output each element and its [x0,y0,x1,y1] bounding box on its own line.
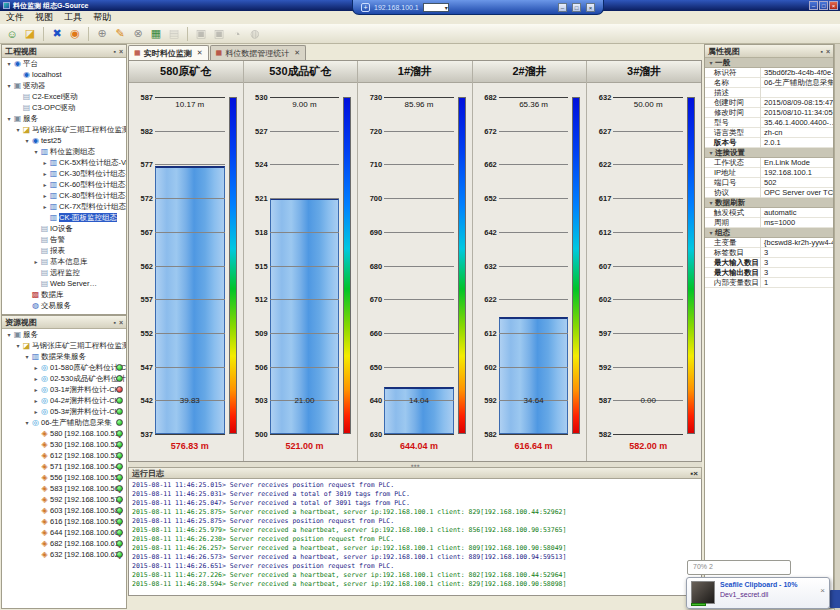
close-panel-icon[interactable]: × [826,48,830,55]
tree-item[interactable]: ◈682 [192.168.100.61]· [2,538,126,549]
tab-close-icon[interactable]: ✕ [197,49,203,57]
tree-item[interactable]: ▤远程监控 [2,267,126,278]
expander-icon[interactable]: ▸ [32,374,40,384]
property-row[interactable]: 最大输入数目3 [705,258,833,268]
expander-icon[interactable]: ▾ [5,330,13,340]
tag-table-icon[interactable]: ▦ [148,26,164,42]
tree-item[interactable]: ◍交易服务 [2,300,126,311]
expander-icon[interactable]: ▾ [23,418,31,428]
tree-item[interactable]: ▾▣服务 [2,329,126,340]
tree-item[interactable]: ◈583 [192.168.100.56]· [2,483,126,494]
rdp-minimize-button[interactable]: – [558,3,567,12]
property-row[interactable]: 内部变量数目1 [705,278,833,288]
restore-button[interactable]: □ [819,1,828,10]
property-row[interactable]: IP地址192.168.100.1 [705,168,833,178]
tree-item[interactable]: ◈592 [192.168.100.57]· [2,494,126,505]
property-row[interactable]: 标签数目3 [705,248,833,258]
delete-icon[interactable]: ⊗ [130,26,146,42]
tree-item[interactable]: ▾◉平台 [2,58,126,69]
user-connect-icon[interactable]: ☺ [4,26,20,42]
expander-icon[interactable]: ▸ [32,385,40,395]
property-section[interactable]: ▾组态 [705,228,833,238]
expander-icon[interactable]: ▸ [32,363,40,373]
tree-item[interactable]: ▤C2-Excel驱动 [2,91,126,102]
log-output[interactable]: 2015-08-11 11:46:25.015> Server receives… [128,479,702,596]
property-value[interactable]: 3 [761,258,833,267]
property-row[interactable]: 描述 [705,88,833,98]
tree-item[interactable]: ▾▥数据采集服务 [2,351,126,362]
property-value[interactable]: 502 [761,178,833,187]
tree-item[interactable]: ▸◎02-530成品矿仓料位计· [2,373,126,384]
property-section[interactable]: ▾连接设置 [705,148,833,158]
tree-item[interactable]: ▾◎06-生产辅助信息采集 [2,417,126,428]
tree-item[interactable]: ▸▥CK-60型料位计组态-Var· [2,179,126,190]
collapse-icon[interactable]: ▾ [707,59,715,66]
tree-item[interactable]: ▤IO设备 [2,223,126,234]
property-value[interactable]: 3 [761,268,833,277]
expander-icon[interactable]: ▾ [23,136,31,146]
tree-item[interactable]: ▸▥CK-7X型料位计组态-Var· [2,201,126,212]
tree-item[interactable]: ◈580 [192.168.100.51]· [2,428,126,439]
tree-item[interactable]: ▸◎01-580原矿仓料位计-CK· [2,362,126,373]
close-panel-icon[interactable]: × [119,48,123,55]
edit-icon[interactable]: ✎ [112,26,128,42]
property-value[interactable]: 192.168.100.1 [761,168,833,177]
tree-item[interactable]: ▾◉test25 [2,135,126,146]
property-row[interactable]: 修改时间2015/08/10-11:34:05… [705,108,833,118]
expander-icon[interactable]: ▸ [41,180,49,190]
property-value[interactable]: {bcswd8-kr2h-yyw4-43… [761,238,833,247]
open-folder-icon[interactable]: ◪ [22,26,38,42]
menu-文件[interactable]: 文件 [6,11,24,24]
property-row[interactable]: 协议OPC Server over TCP [705,188,833,198]
tree-item[interactable]: ▸▥CK-80型料位计组态-Var· [2,190,126,201]
close-button[interactable]: × [829,1,838,10]
property-value[interactable]: 2015/08/10-11:34:05… [761,108,833,117]
disconnect-icon[interactable]: ✖ [49,26,65,42]
property-row[interactable]: 最大输出数目3 [705,268,833,278]
close-panel-icon[interactable]: × [693,469,698,478]
property-row[interactable]: 创建时间2015/08/09-08:15:47… [705,98,833,108]
tree-item[interactable]: ◈571 [192.168.100.54]· [2,461,126,472]
menu-帮助[interactable]: 帮助 [93,11,111,24]
property-row[interactable]: 触发模式automatic [705,208,833,218]
tree-item[interactable]: ▩数据库 [2,289,126,300]
property-section[interactable]: ▾数据刷新 [705,198,833,208]
property-value[interactable]: zh-cn [761,128,833,137]
tab-料位数据管理统计[interactable]: ▦料位数据管理统计✕ [210,45,307,60]
tree-item[interactable]: ◈632 [192.168.100.62]· [2,549,126,560]
pin-icon[interactable]: + [361,3,370,12]
tree-item[interactable]: ◈530 [192.168.100.52]· [2,439,126,450]
float-panel-icon[interactable]: ▪ [820,48,822,55]
expander-icon[interactable]: ▸ [41,202,49,212]
property-value[interactable]: OPC Server over TCP [761,188,833,197]
tree-item[interactable]: ◉localhost [2,69,126,80]
tree-item[interactable]: ◈603 [192.168.100.58]· [2,505,126,516]
tree-item[interactable]: ◈556 [192.168.100.55]· [2,472,126,483]
property-value[interactable]: 06-生产辅助信息采集 [761,78,833,88]
tree-item[interactable]: ◈612 [192.168.100.53]· [2,450,126,461]
add-icon[interactable]: ⊕ [94,26,110,42]
property-row[interactable]: 工作状态En.Link Mode [705,158,833,168]
property-row[interactable]: 端口号502 [705,178,833,188]
expander-icon[interactable]: ▸ [41,158,49,168]
expander-icon[interactable]: ▾ [5,81,13,91]
collapse-icon[interactable]: ▾ [707,229,715,236]
collapse-icon[interactable]: ▾ [707,149,715,156]
property-row[interactable]: 名称06-生产辅助信息采集 [705,78,833,88]
expander-icon[interactable]: ▸ [41,191,49,201]
tree-item[interactable]: ▸◎03-1#溜井料位计-CK· [2,384,126,395]
tree-item[interactable]: ▾▣服务 [2,113,126,124]
expander-icon[interactable]: ▾ [23,352,31,362]
tree-item[interactable]: ▤告警 [2,234,126,245]
menu-工具[interactable]: 工具 [64,11,82,24]
rdp-combo[interactable]: ▾ [423,3,449,12]
property-row[interactable]: 版本号2.0.1 [705,138,833,148]
menu-视图[interactable]: 视图 [35,11,53,24]
property-value[interactable]: En.Link Mode [761,158,833,167]
expander-icon[interactable]: ▾ [14,125,22,135]
tab-close-icon[interactable]: ✕ [294,49,300,57]
property-row[interactable]: 周期ms=1000 [705,218,833,228]
tree-item[interactable]: ▤Web Server… [2,278,126,289]
tree-item[interactable]: ▾◪马钢张庄矿三期工程料位监测· [2,340,126,351]
expander-icon[interactable]: ▾ [32,147,40,157]
